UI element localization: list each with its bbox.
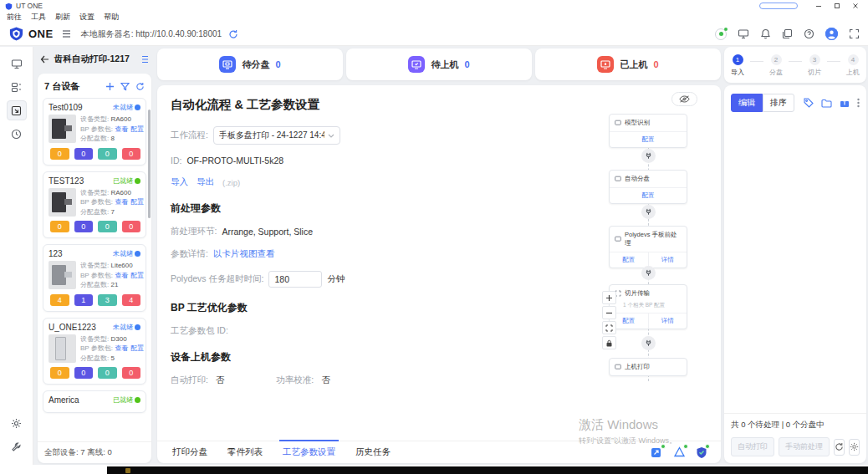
lock-button[interactable] — [602, 336, 616, 349]
node-config-link[interactable]: 配置 — [610, 252, 648, 268]
maximize-button[interactable] — [828, 1, 846, 11]
connection-status-icon[interactable] — [715, 28, 727, 40]
node-model-recognition[interactable]: 模型识别 配置 — [609, 114, 687, 148]
add-device-icon[interactable] — [105, 82, 115, 91]
bp-view-link[interactable]: 查看 — [115, 198, 128, 206]
zoom-out-button[interactable] — [602, 306, 616, 319]
bp-config-link[interactable]: 配置 — [130, 198, 144, 206]
hide-canvas-button[interactable] — [671, 92, 697, 106]
tab-history[interactable]: 历史任务 — [354, 441, 392, 463]
step-slice[interactable]: 3切片 — [802, 54, 827, 77]
sort-toggle[interactable]: 排序 — [763, 94, 794, 112]
rail-tools-icon[interactable] — [7, 436, 27, 456]
slicer-status-icon[interactable] — [673, 446, 686, 458]
auto-print-button[interactable]: 自动打印 — [731, 437, 774, 456]
node-slice-transfer[interactable]: 切片传输 1 个相关 BP 配置 配置 详情 — [609, 284, 687, 329]
bp-view-link[interactable]: 查看 — [115, 272, 128, 279]
manual-preprocess-button[interactable]: 手动前处理 — [779, 437, 830, 456]
import-link[interactable]: 导入 — [171, 176, 188, 188]
rail-history-icon[interactable] — [7, 124, 27, 144]
step-machine[interactable]: 4上机 — [840, 54, 865, 77]
help-icon[interactable] — [804, 28, 814, 39]
menu-goto[interactable]: 前往 — [7, 12, 22, 23]
plate-settings-icon[interactable] — [849, 439, 860, 456]
taskbar-app-icon[interactable] — [125, 468, 130, 473]
menu-settings[interactable]: 设置 — [79, 12, 94, 23]
fit-view-button[interactable] — [602, 321, 616, 334]
node-config-link[interactable]: 配置 — [610, 188, 687, 203]
menu-refresh[interactable]: 刷新 — [55, 12, 70, 23]
chip-queued[interactable]: 0 — [74, 367, 94, 379]
refresh-plates-icon[interactable] — [834, 439, 845, 456]
device-card-test123[interactable]: TEST123 已就绪 设备类型: RA600 BP 参数包: 查看配置 分配盘… — [43, 171, 146, 239]
monitor-icon[interactable] — [738, 28, 749, 39]
chip-queued[interactable]: 1 — [74, 294, 94, 306]
cards-stack-icon[interactable] — [782, 28, 793, 39]
tab-print-plate[interactable]: 打印分盘 — [171, 441, 209, 463]
server-list-icon[interactable] — [62, 29, 73, 38]
chip-pending[interactable]: 0 — [50, 367, 69, 379]
chip-queued[interactable]: 0 — [74, 221, 94, 232]
refresh-devices-icon[interactable] — [135, 82, 145, 91]
chip-failed[interactable]: 4 — [122, 294, 141, 306]
tab-process-params[interactable]: 工艺参数设置 — [281, 441, 337, 463]
device-list-scrollbar[interactable] — [148, 110, 151, 218]
step-plate[interactable]: 2分盘 — [763, 54, 789, 77]
menu-help[interactable]: 帮助 — [104, 12, 119, 23]
back-button[interactable] — [40, 55, 49, 64]
tag-icon[interactable] — [804, 98, 814, 108]
rail-settings-icon[interactable] — [7, 413, 27, 433]
package-upload-icon[interactable] — [840, 98, 850, 108]
bp-view-link[interactable]: 查看 — [115, 125, 128, 133]
flow-canvas[interactable]: 模型识别 配置 自动分盘 配置 Polydevs 手板前 — [450, 85, 721, 440]
kebab-menu-icon[interactable] — [857, 98, 860, 108]
device-card-test0109[interactable]: Test0109 未就绪 设备类型: RA600 BP 参数包: 查看配置 分配… — [43, 98, 146, 166]
rail-tasks-icon[interactable] — [7, 77, 27, 97]
node-config-link[interactable]: 配置 — [610, 132, 687, 147]
workflow-select[interactable]: 手板多盘打印 - 24-1227 14:48... — [213, 126, 340, 145]
node-detail-link[interactable]: 详情 — [648, 313, 687, 329]
chip-failed[interactable]: 0 — [122, 148, 141, 160]
export-status-icon[interactable] — [651, 446, 663, 459]
tab-parts-list[interactable]: 零件列表 — [226, 441, 264, 463]
chip-failed[interactable]: 0 — [122, 221, 141, 232]
bp-view-link[interactable]: 查看 — [115, 344, 128, 352]
chip-pending[interactable]: 0 — [50, 148, 69, 160]
user-avatar[interactable] — [825, 28, 838, 40]
card-view-link[interactable]: 以卡片视图查看 — [213, 248, 275, 260]
rail-workspace-icon[interactable] — [7, 100, 27, 120]
device-card-america[interactable]: America 已就绪 — [43, 390, 146, 413]
zoom-in-button[interactable] — [602, 291, 616, 304]
card-pending-plate[interactable]: 待分盘 0 — [157, 48, 343, 80]
edit-toggle[interactable]: 编辑 — [731, 94, 763, 112]
device-card-123[interactable]: 123 未就绪 设备类型: Lite600 BP 参数包: 查看配置 分配盘数:… — [43, 244, 146, 312]
bp-config-link[interactable]: 配置 — [130, 125, 144, 133]
export-link[interactable]: 导出 — [197, 176, 214, 188]
minimize-button[interactable] — [809, 1, 828, 11]
device-card-uone1223[interactable]: U_ONE1223 未就绪 设备类型: D300 BP 参数包: 查看配置 分配… — [43, 318, 146, 385]
chip-done[interactable]: 0 — [98, 221, 117, 232]
bp-config-link[interactable]: 配置 — [130, 344, 144, 352]
filter-icon[interactable] — [120, 82, 130, 91]
chip-pending[interactable]: 4 — [50, 294, 69, 306]
step-import[interactable]: 1导入 — [725, 54, 750, 77]
chip-failed[interactable]: 0 — [122, 367, 141, 379]
menu-tools[interactable]: 工具 — [31, 12, 46, 23]
chip-done[interactable]: 0 — [98, 148, 117, 160]
node-polydevs-preprocess[interactable]: Polydevs 手板前处理 配置 详情 — [609, 226, 687, 268]
shield-status-icon[interactable] — [696, 446, 707, 459]
card-pending-machine[interactable]: 待上机 0 — [346, 48, 532, 80]
chip-done[interactable]: 3 — [98, 294, 117, 306]
timeout-input[interactable] — [268, 271, 322, 288]
node-detail-link[interactable]: 详情 — [648, 252, 687, 268]
expand-icon[interactable] — [849, 28, 860, 39]
workflow-list-icon[interactable] — [139, 55, 149, 64]
server-refresh-icon[interactable] — [228, 29, 238, 39]
bp-config-link[interactable]: 配置 — [130, 272, 144, 279]
folder-icon[interactable] — [821, 99, 832, 108]
notification-bell-icon[interactable] — [760, 28, 771, 39]
close-button[interactable] — [846, 1, 865, 11]
titlebar-pill[interactable] — [759, 3, 798, 9]
rail-devices-icon[interactable] — [7, 54, 27, 74]
chip-pending[interactable]: 0 — [50, 221, 69, 232]
